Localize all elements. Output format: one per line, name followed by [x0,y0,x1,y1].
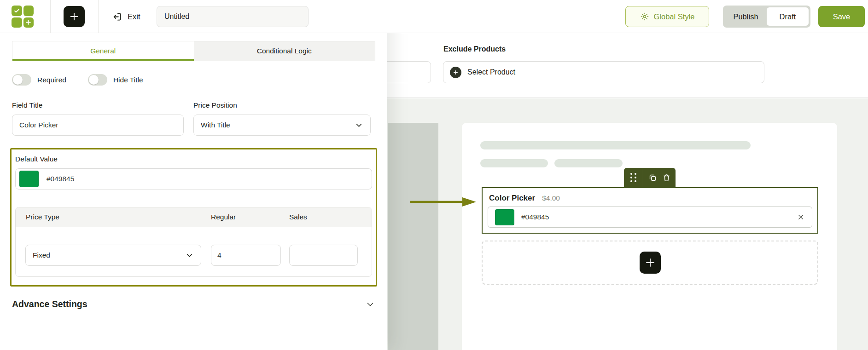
sales-header: Sales [289,213,372,221]
logo-plus-icon [23,17,34,28]
required-toggle-group: Required [12,74,66,86]
add-field-button[interactable] [64,6,85,27]
skeleton-bar [554,159,623,167]
gear-icon [640,12,649,21]
price-table: Price Type Regular Sales Fixed [15,207,372,277]
form-title-input[interactable] [157,6,309,27]
clear-color-button[interactable] [797,213,805,221]
topbar-divider [98,0,99,33]
product-options-builder: Exit Global Style Publish Draft Save [0,0,868,350]
price-type-header: Price Type [16,213,211,221]
color-picker-settings-panel: Color Picker Settings General Conditiona… [0,0,387,350]
preview-field-title: Color Picker [489,194,535,203]
topbar-actions: Global Style Publish Draft Save [625,6,865,28]
field-action-toolbar [624,168,676,187]
select-product-placeholder: Select Product [467,68,515,76]
logo-check-icon [12,6,22,16]
add-element-button[interactable] [640,252,661,274]
price-position-label: Price Position [193,101,371,109]
advance-settings-expander[interactable]: Advance Settings [12,299,375,310]
plus-icon [645,257,656,268]
pointer-arrow [409,195,478,208]
field-title-label: Field Title [12,101,184,109]
global-style-label: Global Style [654,12,695,21]
advance-settings-label: Advance Settings [12,299,87,310]
settings-tabs: General Conditional Logic [12,41,375,61]
skeleton-bar [480,159,548,167]
duplicate-field-button[interactable] [648,173,657,182]
skeleton-bar [480,141,751,149]
color-hex-value: #049845 [521,213,797,221]
price-type-select[interactable]: Fixed [25,245,201,266]
drag-dots-icon [630,173,636,182]
plus-icon [69,11,79,22]
sales-price-input[interactable] [289,245,358,266]
save-button[interactable]: Save [818,6,865,27]
duplicate-icon [648,173,657,182]
regular-price-input[interactable] [211,245,281,266]
default-value-color-input[interactable]: #049845 [15,168,372,189]
chevron-down-icon [185,251,194,260]
publish-draft-toggle: Publish Draft [723,6,810,28]
tab-general[interactable]: General [12,41,194,61]
app-logo-icon[interactable] [12,6,34,28]
regular-header: Regular [211,213,289,221]
exit-button[interactable]: Exit [112,9,140,24]
default-value-label: Default Value [15,155,372,163]
hide-title-toggle[interactable] [88,74,107,86]
required-label: Required [37,76,66,84]
add-field-dropzone [482,241,818,285]
preview-field-price: $4.00 [542,194,560,202]
color-swatch[interactable] [19,171,39,187]
x-icon [797,213,805,221]
sidebar-skeleton [388,123,438,350]
plus-circle-icon [450,67,461,78]
price-position-value: With Title [201,121,230,129]
default-value-highlight-section: Default Value #049845 Price Type Regular… [10,148,377,287]
delete-field-button[interactable] [662,173,671,182]
hide-title-toggle-group: Hide Title [88,74,143,86]
topbar: Exit Global Style Publish Draft Save [0,0,868,33]
color-swatch[interactable] [495,209,514,225]
topbar-divider [50,0,51,33]
drag-handle[interactable] [624,168,643,187]
field-title-input[interactable] [12,115,184,136]
publish-button[interactable]: Publish [725,7,767,26]
hide-title-label: Hide Title [113,76,143,84]
preview-color-picker-field[interactable]: Color Picker $4.00 #049845 [482,187,818,234]
chevron-down-icon [355,121,363,130]
exit-label: Exit [128,12,140,21]
exclude-products-select-input[interactable]: Select Product [443,61,764,83]
preview-color-input[interactable]: #049845 [488,207,812,228]
form-preview-card: Color Picker $4.00 #049845 [462,123,837,350]
tab-conditional-logic[interactable]: Conditional Logic [194,41,375,61]
chevron-down-icon [365,299,375,310]
price-position-select[interactable]: With Title [193,115,371,136]
exit-icon [112,11,122,22]
global-style-button[interactable]: Global Style [625,6,709,27]
exclude-products-label: Exclude Products [443,45,506,53]
price-type-value: Fixed [33,251,50,259]
draft-button[interactable]: Draft [767,7,809,26]
color-hex-value: #049845 [47,175,74,183]
required-toggle[interactable] [12,74,31,86]
trash-icon [662,173,671,182]
